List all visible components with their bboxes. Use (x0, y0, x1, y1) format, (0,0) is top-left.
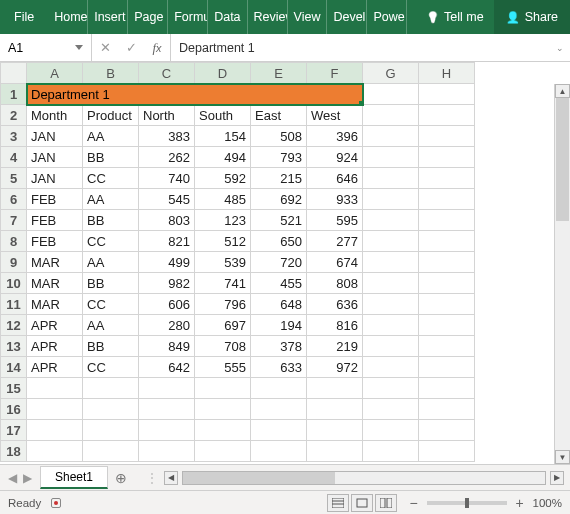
row-header-11[interactable]: 11 (1, 294, 27, 315)
cell-D5[interactable]: 592 (195, 168, 251, 189)
column-header-A[interactable]: A (27, 63, 83, 84)
cell-F5[interactable]: 646 (307, 168, 363, 189)
cell-F15[interactable] (307, 378, 363, 399)
cell-E11[interactable]: 648 (251, 294, 307, 315)
cell-C5[interactable]: 740 (139, 168, 195, 189)
cell-F4[interactable]: 924 (307, 147, 363, 168)
cell-C17[interactable] (139, 420, 195, 441)
cell-B9[interactable]: AA (83, 252, 139, 273)
row-header-8[interactable]: 8 (1, 231, 27, 252)
accept-formula-button[interactable]: ✓ (118, 40, 144, 55)
cell-D4[interactable]: 494 (195, 147, 251, 168)
cell-C18[interactable] (139, 441, 195, 462)
cell-G7[interactable] (363, 210, 419, 231)
cell-D9[interactable]: 539 (195, 252, 251, 273)
cell-C14[interactable]: 642 (139, 357, 195, 378)
cell-C2[interactable]: North (139, 105, 195, 126)
cell-G13[interactable] (363, 336, 419, 357)
cell-H17[interactable] (419, 420, 475, 441)
cell-H6[interactable] (419, 189, 475, 210)
cell-H11[interactable] (419, 294, 475, 315)
cell-G14[interactable] (363, 357, 419, 378)
cell-F10[interactable]: 808 (307, 273, 363, 294)
column-header-F[interactable]: F (307, 63, 363, 84)
horizontal-scrollbar[interactable]: ◀ ▶ (158, 471, 570, 485)
cell-A13[interactable]: APR (27, 336, 83, 357)
cell-G10[interactable] (363, 273, 419, 294)
cell-F17[interactable] (307, 420, 363, 441)
chevron-down-icon[interactable] (75, 45, 83, 50)
cell-A8[interactable]: FEB (27, 231, 83, 252)
vertical-scrollbar[interactable]: ▲ ▼ (554, 84, 570, 464)
row-header-13[interactable]: 13 (1, 336, 27, 357)
ribbon-tab-page-l[interactable]: Page L (128, 0, 168, 34)
column-header-C[interactable]: C (139, 63, 195, 84)
zoom-slider[interactable] (427, 501, 507, 505)
zoom-in-button[interactable]: + (513, 495, 527, 511)
cell-D7[interactable]: 123 (195, 210, 251, 231)
name-box[interactable]: A1 (0, 34, 92, 61)
cell-A9[interactable]: MAR (27, 252, 83, 273)
cell-F3[interactable]: 396 (307, 126, 363, 147)
cell-G12[interactable] (363, 315, 419, 336)
cell-E15[interactable] (251, 378, 307, 399)
cell-A17[interactable] (27, 420, 83, 441)
cell-C9[interactable]: 499 (139, 252, 195, 273)
select-all-corner[interactable] (1, 63, 27, 84)
cell-D6[interactable]: 485 (195, 189, 251, 210)
cell-G4[interactable] (363, 147, 419, 168)
cell-H3[interactable] (419, 126, 475, 147)
cell-F8[interactable]: 277 (307, 231, 363, 252)
cell-H18[interactable] (419, 441, 475, 462)
cell-F12[interactable]: 816 (307, 315, 363, 336)
cell-A7[interactable]: FEB (27, 210, 83, 231)
row-header-4[interactable]: 4 (1, 147, 27, 168)
cancel-formula-button[interactable]: ✕ (92, 40, 118, 55)
cell-H16[interactable] (419, 399, 475, 420)
row-header-9[interactable]: 9 (1, 252, 27, 273)
sheet-tab-active[interactable]: Sheet1 (40, 466, 108, 489)
column-header-G[interactable]: G (363, 63, 419, 84)
cell-A10[interactable]: MAR (27, 273, 83, 294)
expand-formula-bar[interactable]: ⌄ (550, 34, 570, 61)
cell-D13[interactable]: 708 (195, 336, 251, 357)
scroll-right-icon[interactable]: ▶ (550, 471, 564, 485)
cell-D10[interactable]: 741 (195, 273, 251, 294)
cell-C8[interactable]: 821 (139, 231, 195, 252)
cell-C3[interactable]: 383 (139, 126, 195, 147)
cell-A14[interactable]: APR (27, 357, 83, 378)
cell-B4[interactable]: BB (83, 147, 139, 168)
cell-C12[interactable]: 280 (139, 315, 195, 336)
cell-G18[interactable] (363, 441, 419, 462)
cell-D16[interactable] (195, 399, 251, 420)
cell-C6[interactable]: 545 (139, 189, 195, 210)
cell-G2[interactable] (363, 105, 419, 126)
cell-D18[interactable] (195, 441, 251, 462)
cell-D11[interactable]: 796 (195, 294, 251, 315)
sheet-nav-prev[interactable]: ◀ (8, 471, 17, 485)
insert-function-button[interactable]: fx (144, 40, 170, 56)
cell-E5[interactable]: 215 (251, 168, 307, 189)
cell-F18[interactable] (307, 441, 363, 462)
cell-G11[interactable] (363, 294, 419, 315)
cell-B5[interactable]: CC (83, 168, 139, 189)
scroll-down-icon[interactable]: ▼ (555, 450, 570, 464)
cell-B18[interactable] (83, 441, 139, 462)
column-header-D[interactable]: D (195, 63, 251, 84)
cell-D14[interactable]: 555 (195, 357, 251, 378)
cell-H5[interactable] (419, 168, 475, 189)
cell-C15[interactable] (139, 378, 195, 399)
cell-H13[interactable] (419, 336, 475, 357)
row-header-18[interactable]: 18 (1, 441, 27, 462)
cell-A5[interactable]: JAN (27, 168, 83, 189)
column-header-B[interactable]: B (83, 63, 139, 84)
cell-D3[interactable]: 154 (195, 126, 251, 147)
ribbon-tab-file[interactable]: File (0, 0, 48, 34)
cell-D2[interactable]: South (195, 105, 251, 126)
cell-G5[interactable] (363, 168, 419, 189)
row-header-16[interactable]: 16 (1, 399, 27, 420)
ribbon-tab-data[interactable]: Data (208, 0, 247, 34)
row-header-17[interactable]: 17 (1, 420, 27, 441)
cell-H8[interactable] (419, 231, 475, 252)
cell-A2[interactable]: Month (27, 105, 83, 126)
